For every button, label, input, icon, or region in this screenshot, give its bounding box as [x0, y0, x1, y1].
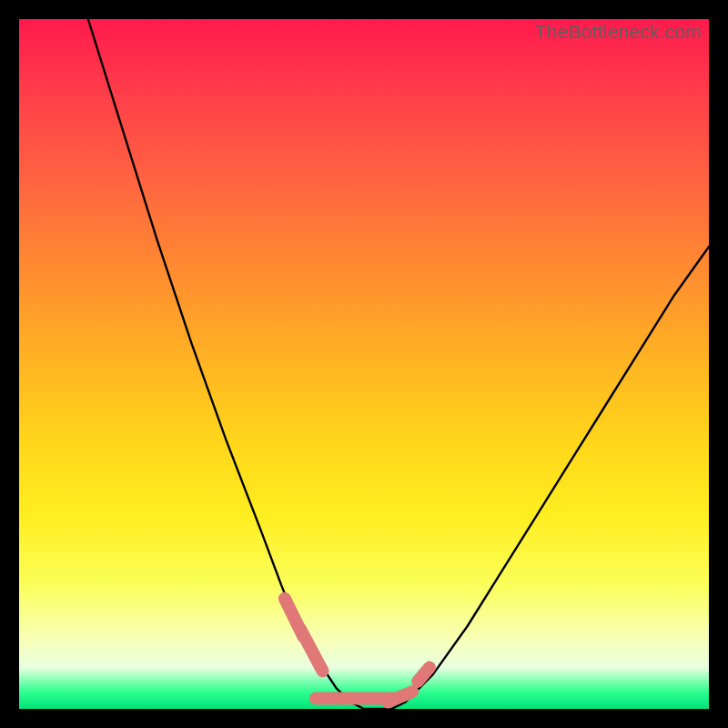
chart-frame: TheBottleneck.com	[0, 0, 728, 728]
plot-area: TheBottleneck.com	[19, 19, 709, 709]
svg-line-1	[300, 630, 322, 672]
svg-line-4	[418, 668, 430, 682]
bottleneck-curve	[19, 19, 709, 709]
curve-path	[88, 19, 709, 709]
highlight-segments	[285, 599, 430, 703]
